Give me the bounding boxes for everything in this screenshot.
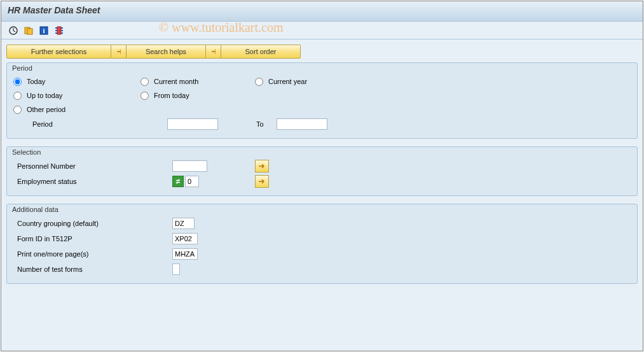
personnel-number-label: Personnel Number bbox=[17, 162, 76, 170]
personnel-number-input[interactable] bbox=[172, 160, 207, 172]
up-to-today-radio[interactable] bbox=[13, 92, 22, 100]
svg-rect-2 bbox=[27, 29, 32, 34]
test-forms-input[interactable] bbox=[172, 264, 180, 275]
personnel-number-multi-button[interactable] bbox=[255, 160, 269, 172]
other-period-label[interactable]: Other period bbox=[27, 106, 65, 113]
print-pages-label: Print one/more page(s) bbox=[17, 250, 89, 258]
sort-order-label: Sort order bbox=[245, 48, 277, 55]
variant-icon[interactable] bbox=[23, 25, 34, 36]
svg-text:i: i bbox=[43, 27, 45, 34]
selection-buttons-row: Further selections Search helps Sort ord… bbox=[6, 45, 638, 59]
employment-status-label: Employment status bbox=[17, 178, 77, 185]
test-forms-label: Number of test forms bbox=[17, 265, 83, 273]
form-id-label: Form ID in T512P bbox=[17, 235, 72, 243]
other-period-radio[interactable] bbox=[13, 106, 22, 114]
selection-title: Selection bbox=[12, 148, 41, 156]
further-selections-button[interactable]: Further selections bbox=[6, 45, 111, 59]
page-title: HR Master Data Sheet bbox=[8, 5, 100, 15]
current-month-radio[interactable] bbox=[140, 78, 149, 86]
info-icon[interactable]: i bbox=[38, 25, 50, 36]
search-helps-button[interactable]: Search helps bbox=[127, 45, 206, 59]
toolbar: i bbox=[1, 22, 643, 39]
period-from-input[interactable] bbox=[167, 118, 218, 130]
period-to-input[interactable] bbox=[277, 118, 327, 130]
form-id-input[interactable] bbox=[172, 233, 198, 244]
today-label[interactable]: Today bbox=[27, 78, 45, 85]
sort-order-button[interactable]: Sort order bbox=[221, 45, 301, 59]
search-helps-arrow-icon[interactable] bbox=[111, 45, 127, 59]
svg-rect-5 bbox=[57, 27, 61, 34]
additional-data-groupbox: Additional data Country grouping (defaul… bbox=[6, 204, 638, 284]
period-groupbox: Period Today Current month Current year … bbox=[6, 62, 638, 139]
execute-icon[interactable] bbox=[8, 25, 19, 36]
current-month-label[interactable]: Current month bbox=[154, 78, 198, 85]
up-to-today-label[interactable]: Up to today bbox=[27, 92, 62, 99]
country-grouping-input[interactable] bbox=[172, 218, 195, 229]
current-year-radio[interactable] bbox=[255, 78, 263, 86]
today-radio[interactable] bbox=[13, 78, 22, 86]
additional-data-title: Additional data bbox=[12, 206, 58, 213]
country-grouping-label: Country grouping (default) bbox=[17, 220, 99, 227]
sort-order-arrow-icon[interactable] bbox=[206, 45, 221, 59]
print-pages-input[interactable] bbox=[172, 248, 198, 260]
search-helps-label: Search helps bbox=[146, 48, 186, 55]
from-today-radio[interactable] bbox=[140, 92, 149, 100]
selection-groupbox: Selection Personnel Number Employment st… bbox=[6, 146, 638, 196]
period-title: Period bbox=[12, 64, 32, 72]
current-year-label[interactable]: Current year bbox=[268, 78, 307, 85]
employment-status-multi-button[interactable] bbox=[255, 175, 269, 188]
not-equal-icon[interactable]: ≠ bbox=[172, 176, 184, 187]
from-today-label[interactable]: From today bbox=[154, 92, 189, 99]
employment-status-input[interactable] bbox=[185, 176, 199, 187]
further-selections-label: Further selections bbox=[31, 48, 86, 55]
period-to-label: To bbox=[256, 120, 264, 128]
period-field-label: Period bbox=[32, 120, 53, 128]
structure-icon[interactable] bbox=[53, 25, 65, 36]
title-bar: HR Master Data Sheet bbox=[1, 1, 643, 22]
